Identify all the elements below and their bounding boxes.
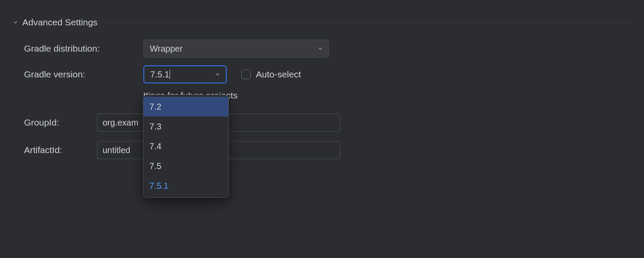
gradle-version-row: Gradle version: 7.5.1 Auto-select [12, 65, 632, 83]
gradle-distribution-select[interactable]: Wrapper [143, 40, 329, 58]
section-header[interactable]: Advanced Settings [12, 17, 632, 28]
gradle-distribution-row: Gradle distribution: Wrapper [12, 40, 632, 58]
auto-select-checkbox[interactable] [241, 70, 251, 79]
artifact-id-label: ArtifactId: [24, 145, 97, 155]
gradle-version-option[interactable]: 7.2 [143, 97, 228, 117]
gradle-version-option[interactable]: 7.4 [143, 136, 228, 156]
group-id-row: GroupId: [12, 114, 632, 132]
gradle-version-option[interactable]: 7.3 [143, 117, 228, 136]
gradle-version-select[interactable]: 7.5.1 [143, 65, 227, 83]
artifact-id-row: ArtifactId: [12, 141, 632, 159]
advanced-settings-panel: Advanced Settings Gradle distribution: W… [0, 0, 644, 184]
gradle-distribution-label: Gradle distribution: [24, 43, 143, 54]
text-cursor [170, 70, 170, 79]
section-divider [106, 22, 632, 23]
gradle-version-value: 7.5.1 [150, 70, 169, 80]
gradle-version-dropdown[interactable]: 7.27.37.47.57.5.1 [143, 95, 229, 198]
gradle-version-option[interactable]: 7.5 [143, 156, 228, 176]
gradle-version-label: Gradle version: [24, 69, 143, 80]
section-title: Advanced Settings [22, 17, 97, 28]
chevron-down-icon [12, 19, 19, 26]
gradle-distribution-value: Wrapper [150, 44, 182, 54]
chevron-down-icon [317, 46, 323, 52]
gradle-version-option[interactable]: 7.5.1 [143, 176, 228, 196]
chevron-down-icon [215, 71, 221, 77]
group-id-label: GroupId: [24, 117, 97, 128]
remember-settings-row: ttings for future projects [12, 90, 632, 101]
auto-select-label[interactable]: Auto-select [256, 69, 301, 80]
